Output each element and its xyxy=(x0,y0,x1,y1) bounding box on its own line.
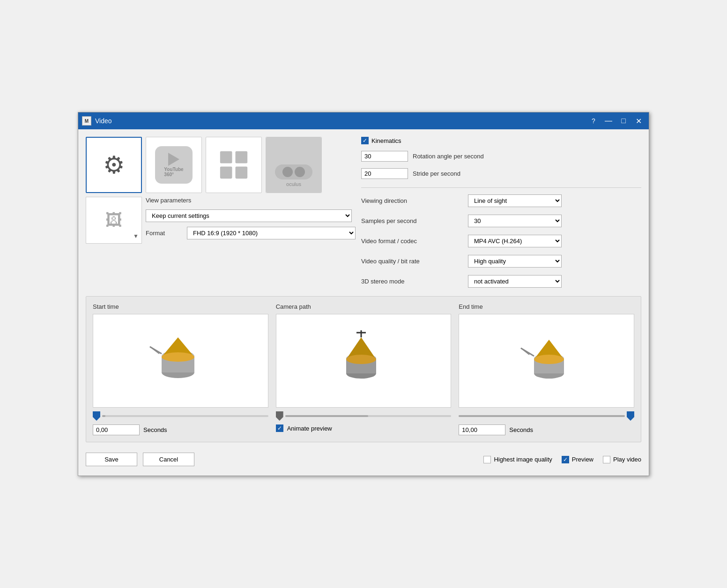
rotation-row: Rotation angle per second xyxy=(361,151,641,162)
samples-label: Samples per second xyxy=(361,217,464,224)
maximize-button[interactable]: □ xyxy=(617,114,630,127)
top-section: ⚙ YouTube360° xyxy=(86,137,641,290)
stereo-mode-select[interactable]: not activated Side by sideAnaglyph xyxy=(468,275,562,288)
footer: Save Cancel Highest image quality Previe… xyxy=(86,448,641,468)
stride-label: Stride per second xyxy=(413,170,460,177)
kinematics-row: Kinematics xyxy=(361,137,641,144)
rotation-label: Rotation angle per second xyxy=(413,153,484,160)
viewing-direction-label: Viewing direction xyxy=(361,197,464,204)
play-video-checkbox-label[interactable]: Play video xyxy=(603,456,641,463)
svg-line-10 xyxy=(150,347,159,354)
start-time-seconds-label: Seconds xyxy=(143,426,167,433)
stereo-mode-label: 3D stereo mode xyxy=(361,278,464,285)
footer-right: Highest image quality Preview Play video xyxy=(483,456,641,463)
preview-checkbox-label[interactable]: Preview xyxy=(562,456,593,463)
svg-rect-3 xyxy=(236,167,248,179)
rotation-input[interactable] xyxy=(361,151,408,162)
end-time-camera-icon xyxy=(516,330,577,391)
youtube-icon: YouTube360° xyxy=(155,146,193,184)
current-settings-row: Keep current settings xyxy=(146,209,356,222)
samples-select[interactable]: 30 242560 xyxy=(468,215,562,227)
end-time-label: End time xyxy=(459,303,634,310)
window-controls: ? — □ ✕ xyxy=(587,114,645,127)
end-time-slider-fill xyxy=(459,415,625,417)
gear-icon: ⚙ xyxy=(103,153,125,177)
camera-path-slider-fill xyxy=(285,415,368,417)
start-time-col: Start time xyxy=(93,303,268,435)
camera-path-slider-track[interactable] xyxy=(285,415,452,417)
end-time-slider-track[interactable] xyxy=(459,415,625,417)
video-quality-label: Video quality / bit rate xyxy=(361,258,464,265)
start-time-seconds-row: Seconds xyxy=(93,424,268,435)
puzzle-icon xyxy=(217,149,250,181)
svg-point-22 xyxy=(534,355,564,364)
start-time-label: Start time xyxy=(93,303,268,310)
settings-tile[interactable]: ⚙ xyxy=(86,137,142,193)
format-row: Format FHD 16:9 (1920 * 1080) xyxy=(146,227,356,239)
svg-rect-2 xyxy=(220,167,232,179)
main-window: M Video ? — □ ✕ ⚙ Yo xyxy=(78,112,649,476)
svg-rect-1 xyxy=(236,151,248,164)
oculus-label: oculus xyxy=(286,181,301,187)
youtube-360-label: YouTube360° xyxy=(164,167,183,177)
play-video-label: Play video xyxy=(613,456,641,463)
youtube-tile[interactable]: YouTube360° xyxy=(146,137,202,193)
end-time-preview xyxy=(459,314,634,408)
right-panel: Kinematics Rotation angle per second Str… xyxy=(361,137,641,290)
start-camera-icon xyxy=(148,328,213,394)
view-params-label: View parameters xyxy=(146,197,356,204)
minimize-button[interactable]: — xyxy=(602,114,615,127)
highest-quality-label: Highest image quality xyxy=(494,456,552,463)
start-time-slider-thumb[interactable] xyxy=(93,411,100,421)
camera-path-label: Camera path xyxy=(276,303,452,310)
puzzle-tile[interactable] xyxy=(206,137,262,193)
row2: 🖼 ▼ View parameters Keep current setting… xyxy=(86,197,356,244)
kinematics-label: Kinematics xyxy=(371,137,401,144)
cancel-button[interactable]: Cancel xyxy=(143,453,194,466)
video-quality-row: Video quality / bit rate High quality Me… xyxy=(361,255,641,268)
end-time-seconds-row: Seconds xyxy=(459,424,634,435)
play-video-checkbox[interactable] xyxy=(603,456,610,463)
end-time-input[interactable] xyxy=(459,424,505,435)
play-triangle-icon xyxy=(168,153,179,166)
highest-quality-checkbox[interactable] xyxy=(483,456,491,463)
svg-line-24 xyxy=(521,348,529,355)
landscape-icon: 🖼 xyxy=(105,210,122,230)
viewing-direction-select[interactable]: Line of sight NorthSouthEastWest xyxy=(468,194,562,207)
start-time-preview xyxy=(93,314,268,408)
highest-quality-checkbox-label[interactable]: Highest image quality xyxy=(483,456,552,463)
titlebar: M Video ? — □ ✕ xyxy=(78,112,649,129)
camera-path-slider-thumb[interactable] xyxy=(276,411,283,421)
svg-rect-0 xyxy=(220,151,232,164)
preview-checkbox[interactable] xyxy=(562,456,569,463)
timeline-columns: Start time xyxy=(93,303,634,435)
close-button[interactable]: ✕ xyxy=(632,114,645,127)
view-params-select[interactable]: Keep current settings xyxy=(146,209,352,222)
kinematics-checkbox[interactable] xyxy=(361,137,369,144)
help-button[interactable]: ? xyxy=(587,114,600,127)
view-params-panel: View parameters Keep current settings Fo… xyxy=(146,197,356,239)
start-time-input[interactable] xyxy=(93,424,140,435)
landscape-arrow-icon: ▼ xyxy=(133,233,139,239)
format-select[interactable]: FHD 16:9 (1920 * 1080) xyxy=(187,227,356,239)
left-panel: ⚙ YouTube360° xyxy=(86,137,356,290)
stride-input[interactable] xyxy=(361,168,408,179)
end-time-col: End time xyxy=(459,303,634,435)
animate-preview-checkbox[interactable] xyxy=(276,424,283,432)
animate-preview-label: Animate preview xyxy=(287,425,332,432)
oculus-tile[interactable]: oculus xyxy=(266,137,322,193)
landscape-tile[interactable]: 🖼 ▼ xyxy=(86,197,142,244)
bottom-section: Start time xyxy=(86,296,641,442)
end-time-slider-area xyxy=(459,411,634,421)
main-content: ⚙ YouTube360° xyxy=(78,129,649,476)
video-format-select[interactable]: MP4 AVC (H.264) MP4 H.265AVIMOV xyxy=(468,235,562,247)
video-quality-select[interactable]: High quality Medium qualityLow quality xyxy=(468,255,562,268)
start-time-slider-track[interactable] xyxy=(102,415,268,417)
preview-label: Preview xyxy=(572,456,593,463)
start-time-slider-area xyxy=(93,411,268,421)
samples-per-second-row: Samples per second 30 242560 xyxy=(361,215,641,227)
icon-row-top: ⚙ YouTube360° xyxy=(86,137,356,193)
save-button[interactable]: Save xyxy=(86,453,137,466)
video-format-row: Video format / codec MP4 AVC (H.264) MP4… xyxy=(361,235,641,247)
end-time-slider-thumb[interactable] xyxy=(627,411,634,421)
